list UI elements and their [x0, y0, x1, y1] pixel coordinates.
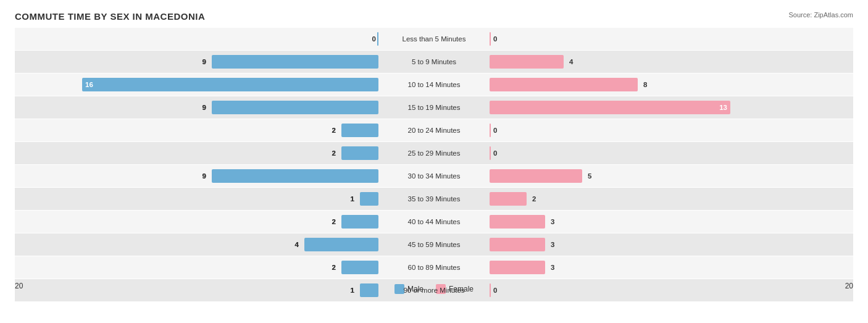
bar-female	[490, 55, 564, 69]
female-value-zero: 0	[491, 35, 497, 43]
bar-left-container: 0	[15, 31, 378, 47]
row-label: 40 to 44 Minutes	[378, 218, 490, 225]
row-label: 45 to 59 Minutes	[378, 241, 490, 248]
bar-female	[490, 146, 491, 160]
chart-row: 2 2 25 to 29 Minutes 0	[15, 142, 853, 164]
bar-male	[304, 238, 378, 251]
bar-left-container: 2 2	[15, 259, 378, 275]
chart-row: 9 9 30 to 34 Minutes 5	[15, 165, 853, 187]
male-value-small: 9	[202, 172, 209, 180]
row-label: 10 to 14 Minutes	[378, 81, 490, 88]
chart-row: 9 9 15 to 19 Minutes 13	[15, 96, 853, 119]
bar-female	[490, 215, 545, 229]
row-label: Less than 5 Minutes	[378, 35, 490, 43]
male-value: 16	[82, 81, 93, 88]
bar-female: 13	[490, 101, 730, 114]
female-value-outside: 2	[529, 195, 536, 203]
row-label: 25 to 29 Minutes	[378, 149, 490, 157]
chart-row: 9 9 5 to 9 Minutes 4	[15, 51, 853, 73]
bar-male	[341, 146, 378, 160]
female-value-outside: 3	[548, 218, 554, 225]
male-value-small: 9	[202, 104, 209, 111]
bar-female	[490, 238, 545, 251]
row-label: 35 to 39 Minutes	[378, 195, 490, 203]
row-label: 20 to 24 Minutes	[378, 127, 490, 134]
bar-left-container: 2 2	[15, 122, 378, 138]
row-label: 30 to 34 Minutes	[378, 172, 490, 180]
male-value-zero: 0	[372, 35, 378, 43]
bar-male	[341, 215, 378, 229]
female-value-outside: 3	[548, 264, 554, 271]
bar-right-container: 0	[490, 145, 853, 161]
bar-left-container: 1 1	[15, 191, 378, 207]
row-label: 60 to 89 Minutes	[378, 264, 490, 271]
female-value-outside: 5	[585, 172, 591, 180]
bar-male	[341, 261, 378, 274]
bar-female	[490, 169, 582, 183]
bar-right-container: 3	[490, 237, 853, 253]
male-value-small: 2	[332, 127, 339, 134]
bar-left-container: 2 2	[15, 214, 378, 230]
axis-right-label: 20	[845, 282, 853, 294]
chart-row: 4 4 45 to 59 Minutes 3	[15, 233, 853, 256]
bar-male	[360, 192, 378, 206]
bar-left-container: 9 9	[15, 54, 378, 70]
bar-left-container: 9 9	[15, 99, 378, 115]
bar-male	[212, 101, 378, 114]
bar-female	[490, 124, 491, 137]
male-value-small: 2	[332, 264, 339, 271]
male-value-small: 9	[202, 58, 209, 65]
female-value-zero: 0	[491, 127, 497, 134]
female-value-outside: 3	[548, 241, 554, 248]
chart-row: 2 2 20 to 24 Minutes 0	[15, 119, 853, 141]
bar-female	[490, 78, 638, 91]
bar-right-container: 8	[490, 77, 853, 93]
male-value-small: 2	[332, 218, 339, 225]
bar-right-container: 0	[490, 122, 853, 138]
chart-row: 0 Less than 5 Minutes 0	[15, 28, 853, 50]
bar-right-container: 3	[490, 214, 853, 230]
bar-female	[490, 261, 545, 274]
bar-left-container: 2 2	[15, 145, 378, 161]
chart-area: 0 Less than 5 Minutes 0 9 9 5 to 9 Minut…	[15, 28, 853, 278]
row-label: 15 to 19 Minutes	[378, 104, 490, 111]
axis-left-label: 20	[15, 282, 23, 294]
chart-row: 2 2 40 to 44 Minutes 3	[15, 211, 853, 233]
male-value-small: 2	[332, 149, 339, 157]
bar-male	[341, 124, 378, 137]
bar-female	[490, 32, 491, 46]
chart-row: 16 10 to 14 Minutes 8	[15, 73, 853, 96]
male-value-small: 4	[295, 241, 302, 248]
row-label: 90 or more Minutes	[378, 287, 490, 294]
female-value-zero: 0	[491, 149, 497, 157]
chart-row: 2 2 60 to 89 Minutes 3	[15, 256, 853, 279]
bar-right-container: 4	[490, 54, 853, 70]
bar-male	[212, 55, 378, 69]
female-value: 13	[719, 104, 730, 111]
chart-container: COMMUTE TIME BY SEX IN MACEDONIA Source:…	[0, 0, 868, 323]
bar-female	[490, 192, 527, 206]
bar-right-container: 2	[490, 191, 853, 207]
source-text: Source: ZipAtlas.com	[788, 11, 853, 19]
bar-male	[212, 169, 378, 183]
female-value-outside: 8	[640, 81, 647, 88]
female-value-outside: 4	[566, 58, 573, 65]
bar-right-container: 3	[490, 259, 853, 275]
bar-left-container: 9 9	[15, 168, 378, 184]
bar-left-container: 4 4	[15, 237, 378, 253]
bar-right-container: 0	[490, 31, 853, 47]
row-label: 5 to 9 Minutes	[378, 58, 490, 65]
male-value-small: 1	[351, 195, 357, 203]
bar-left-container: 16	[15, 77, 378, 93]
bar-right-container: 5	[490, 168, 853, 184]
chart-title: COMMUTE TIME BY SEX IN MACEDONIA	[15, 11, 853, 22]
chart-row: 1 1 35 to 39 Minutes 2	[15, 188, 853, 210]
bar-right-container: 13	[490, 99, 853, 115]
bar-male: 16	[82, 78, 378, 91]
